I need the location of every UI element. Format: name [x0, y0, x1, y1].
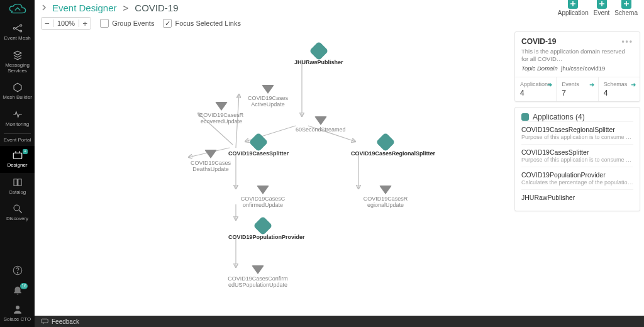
sidebar-label: Event Mesh — [4, 36, 30, 42]
checkbox-unchecked-icon — [100, 19, 109, 28]
sidebar-label: Designer — [7, 163, 27, 169]
top-action-label: Application — [558, 9, 589, 16]
zoom-in-button[interactable]: + — [79, 18, 91, 29]
event-node-recovered[interactable]: COVID19CasesR ecoveredUpdate — [187, 102, 256, 125]
focus-links-label: Focus Selected Links — [175, 19, 241, 27]
event-node-regional-update[interactable]: COVID19CasesR egionalUpdate — [351, 186, 420, 209]
sidebar-help[interactable] — [0, 261, 35, 280]
plus-badge-icon: + — [23, 149, 28, 154]
svg-point-5 — [14, 205, 19, 211]
feedback-button[interactable]: Feedback — [52, 318, 79, 325]
zoom-level: 100% — [53, 19, 79, 27]
info-panel: COVID-19 ••• This is the application dom… — [514, 31, 640, 211]
canvas-toolbar: − 100% + Group Events Focus Selected Lin… — [41, 17, 241, 30]
add-application-button[interactable]: Application — [558, 0, 589, 16]
zoom-out-button[interactable]: − — [42, 18, 53, 29]
external-link-icon: ➜ — [547, 81, 552, 88]
event-node-uspop[interactable]: COVID19CasesConfirm edUSPopulationUpdate — [223, 265, 292, 289]
top-action-label: Schema — [614, 9, 638, 16]
svg-rect-19 — [42, 319, 48, 323]
svg-point-7 — [17, 272, 18, 273]
sidebar-label: Event Portal — [4, 138, 31, 143]
add-event-button[interactable]: Event — [594, 0, 610, 16]
svg-rect-4 — [13, 153, 22, 158]
focus-links-toggle[interactable]: Focus Selected Links — [163, 19, 241, 28]
sidebar-label: Mesh Builder — [3, 95, 32, 101]
stat-applications[interactable]: Applications 4 ➜ — [515, 77, 557, 101]
checkbox-checked-icon — [163, 19, 172, 28]
app-list-item[interactable]: COVID19PopulationProvider Calculates the… — [521, 167, 633, 189]
chat-icon — [41, 318, 48, 324]
sidebar-item-event-portal[interactable]: Event Portal — [0, 135, 35, 146]
sidebar-item-event-mesh[interactable]: Event Mesh — [0, 19, 35, 46]
sidebar-item-monitoring[interactable]: Monitoring — [0, 105, 35, 132]
group-events-label: Group Events — [112, 19, 154, 27]
plus-icon — [597, 0, 607, 9]
app-node-regional[interactable]: COVID19CasesRegionalSplitter — [351, 135, 420, 157]
svg-point-8 — [16, 306, 19, 309]
sidebar-label: Messaging Services — [1, 63, 33, 74]
more-menu-button[interactable]: ••• — [621, 37, 633, 46]
sidebar-notifications[interactable]: 16 — [0, 280, 35, 300]
sidebar-user[interactable]: Solace CTO — [0, 300, 35, 327]
sidebar-item-discovery[interactable]: Discovery — [0, 199, 35, 226]
group-events-toggle[interactable]: Group Events — [100, 19, 154, 28]
domain-description: This is the application domain reserved … — [521, 48, 633, 64]
sidebar-label: Catalog — [9, 190, 26, 196]
stat-schemas[interactable]: Schemas 4 ➜ — [599, 77, 640, 101]
sidebar-item-messaging-services[interactable]: Messaging Services — [0, 46, 35, 79]
sidebar-item-mesh-builder[interactable]: Mesh Builder — [0, 78, 35, 105]
sidebar-separator — [4, 133, 31, 134]
breadcrumb-root[interactable]: Event Designer — [52, 3, 117, 13]
graph-canvas[interactable]: JHURawPublisher COVID19CasesSplitter COV… — [35, 31, 512, 316]
external-link-icon: ➜ — [589, 81, 594, 88]
zoom-control: − 100% + — [41, 17, 91, 30]
event-node-deaths[interactable]: COVID19Cases DeathsUpdate — [176, 150, 245, 173]
applications-header: Applications (4) — [521, 113, 633, 121]
topic-domain-label: Topic Domain — [521, 65, 558, 72]
applications-card: Applications (4) COVID19CasesRegionalSpl… — [514, 107, 640, 211]
sidebar-user-label: Solace CTO — [4, 317, 31, 323]
notification-count: 16 — [20, 283, 28, 289]
footer-bar: Feedback — [35, 316, 644, 327]
svg-point-0 — [13, 28, 15, 30]
top-bar: Event Designer > COVID-19 Application Ev… — [35, 0, 644, 15]
sidebar-label: Discovery — [6, 216, 28, 222]
sidebar-label: Monitoring — [6, 122, 29, 128]
event-node-confirmed[interactable]: COVID19CasesC onfirmedUpdate — [228, 186, 297, 209]
event-node-stream[interactable]: 60SecondStreamed — [296, 116, 346, 133]
domain-stats: Applications 4 ➜ Events 7 ➜ Schemas 4 ➜ — [515, 77, 640, 101]
domain-title: COVID-19 — [521, 37, 556, 46]
app-node-pop[interactable]: COVID19PopulationProvider — [228, 219, 297, 240]
topic-domain-value: jhu/csse/covid19 — [561, 65, 605, 72]
app-list-item[interactable]: JHURawPublisher — [521, 189, 633, 206]
plus-icon — [621, 0, 631, 9]
svg-marker-3 — [14, 84, 21, 92]
breadcrumb-separator: > — [123, 3, 129, 13]
add-schema-button[interactable]: Schema — [614, 0, 638, 16]
stat-events[interactable]: Events 7 ➜ — [557, 77, 598, 101]
plus-icon — [568, 0, 578, 9]
sidebar-item-designer[interactable]: + Designer — [0, 146, 35, 173]
app-list-item[interactable]: COVID19CasesRegionalSplitter Purpose of … — [521, 121, 633, 144]
app-node-jhu[interactable]: JHURawPublisher — [294, 44, 343, 65]
top-action-label: Event — [594, 9, 610, 16]
chevron-right-icon[interactable] — [41, 4, 47, 11]
left-sidebar: Event Mesh Messaging Services Mesh Build… — [0, 0, 35, 327]
app-list-item[interactable]: COVID19CasesSplitter Purpose of this app… — [521, 144, 633, 167]
svg-point-1 — [19, 25, 21, 26]
breadcrumb-current: COVID-19 — [135, 3, 178, 13]
external-link-icon: ➜ — [631, 81, 636, 88]
brand-logo — [0, 0, 35, 19]
sidebar-item-catalog[interactable]: Catalog — [0, 173, 35, 200]
domain-card: COVID-19 ••• This is the application dom… — [514, 31, 640, 102]
svg-point-2 — [19, 30, 21, 32]
app-icon — [521, 113, 529, 121]
